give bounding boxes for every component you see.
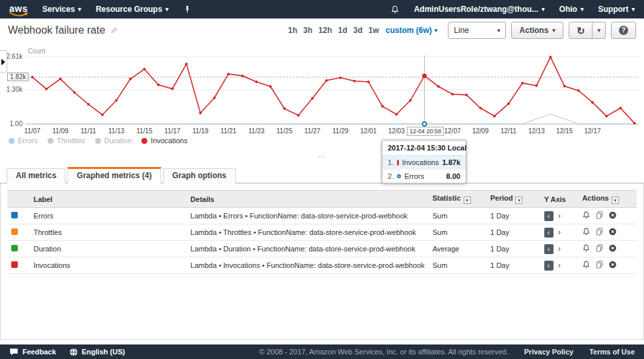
nav-resource-groups[interactable]: Resource Groups ▾ [96, 5, 168, 14]
legend-item-duration[interactable]: Duration [95, 137, 132, 145]
nav-services[interactable]: Services ▾ [42, 5, 81, 14]
resize-handle[interactable]: ⋯ [0, 152, 644, 161]
time-range-1w[interactable]: 1w [369, 26, 379, 35]
x-axis-tick-label: 12/09 [472, 127, 489, 135]
refresh-options-button[interactable]: ▾ [592, 22, 606, 39]
hollow-blue [397, 174, 401, 178]
period-cell: 1 Day [486, 257, 540, 274]
x-axis-tick-label: 12/13 [528, 127, 545, 135]
edit-title-icon[interactable]: ✎ [110, 26, 118, 36]
actions-cell [578, 257, 637, 274]
x-axis-tick-label: 11/09 [52, 127, 69, 135]
nav-region-menu[interactable]: Ohio ▾ [559, 5, 584, 14]
column-header-period: Period▾ [486, 191, 540, 208]
y-axis-right-button[interactable]: › [558, 211, 561, 220]
refresh-button[interactable]: ↻ [569, 22, 593, 39]
remove-icon[interactable] [608, 260, 617, 271]
y-axis-right-button[interactable]: › [558, 244, 561, 253]
tab-graph-options[interactable]: Graph options [163, 168, 236, 183]
errors-color-swatch[interactable] [11, 212, 18, 218]
y-axis-right-button[interactable]: › [558, 261, 561, 270]
tooltip-row-value: 8.00 [447, 172, 460, 180]
legend-item-invocations[interactable]: Invocations [141, 137, 188, 145]
invocations-series-line [32, 57, 635, 123]
legend-label: Errors [18, 137, 38, 145]
nav-support-menu[interactable]: Support ▾ [598, 5, 635, 14]
invocations-color-swatch[interactable] [11, 261, 18, 268]
footer-right: © 2008 - 2017, Amazon Web Services, Inc.… [260, 348, 635, 356]
legend-item-errors[interactable]: Errors [9, 137, 38, 145]
errors-series-dot [9, 138, 15, 144]
invocations-data-point [549, 55, 552, 58]
y-axis-cell: ‹› [540, 257, 579, 274]
remove-icon[interactable] [608, 227, 617, 238]
duration-color-swatch[interactable] [11, 245, 18, 251]
legend-item-throttles[interactable]: Throttles [48, 137, 85, 145]
alarm-icon[interactable] [582, 244, 590, 254]
notifications-bell-icon[interactable] [390, 5, 400, 15]
invocations-data-point [213, 96, 216, 99]
region-label: Ohio [559, 5, 577, 14]
custom-range-link[interactable]: custom (6w) ▾ [386, 26, 438, 35]
chart-type-select[interactable]: Line ▾ [448, 22, 506, 39]
language-selector[interactable]: English (US) [69, 348, 125, 356]
invocations-data-point [605, 115, 608, 117]
time-range-3h[interactable]: 3h [303, 26, 312, 35]
refresh-icon: ↻ [577, 26, 585, 36]
filter-icon[interactable]: ▾ [515, 197, 522, 204]
actions-cell [578, 241, 637, 257]
duplicate-icon[interactable] [595, 227, 604, 238]
duplicate-icon[interactable] [595, 260, 604, 271]
nav-account-menu[interactable]: AdminUsersRole/ztwang@thou... ▾ [414, 5, 545, 14]
time-range-1d[interactable]: 1d [338, 26, 347, 35]
terms-of-use-link[interactable]: Terms of Use [589, 348, 635, 356]
y-axis-left-button[interactable]: ‹ [544, 211, 554, 221]
column-header-label: Period [490, 194, 513, 202]
swatch-cell [7, 257, 30, 274]
top-nav: aws Services ▾ Resource Groups ▾ [0, 0, 644, 18]
time-range-3d[interactable]: 3d [353, 26, 363, 35]
duplicate-icon[interactable] [595, 244, 604, 254]
alarm-icon[interactable] [582, 211, 590, 221]
time-range-12h[interactable]: 12h [318, 26, 332, 35]
chevron-down-icon: ▾ [581, 7, 584, 13]
hovered-errors-point [423, 122, 427, 126]
alarm-icon[interactable] [582, 260, 590, 271]
actions-button[interactable]: Actions ▾ [511, 22, 563, 39]
y-axis-left-button[interactable]: ‹ [544, 244, 554, 254]
privacy-policy-link[interactable]: Privacy Policy [524, 348, 574, 356]
tab-graphed-metrics-4[interactable]: Graphed metrics (4) [67, 167, 161, 183]
y-axis-left-button[interactable]: ‹ [544, 228, 554, 238]
throttles-color-swatch[interactable] [11, 228, 18, 235]
filter-icon[interactable]: ▾ [464, 197, 471, 204]
alarm-icon[interactable] [582, 227, 590, 238]
duplicate-icon[interactable] [595, 211, 604, 221]
invocations-data-point [479, 107, 482, 110]
page-title: Webhook failure rate [8, 24, 105, 36]
invocations-data-point [465, 94, 468, 96]
chart-legend: ErrorsThrottlesDurationInvocations [9, 137, 188, 145]
x-axis-tick-label: 12/01 [360, 127, 376, 135]
feedback-button[interactable]: Feedback [9, 348, 56, 356]
filter-icon[interactable]: ▾ [612, 197, 619, 204]
help-button[interactable]: ? [611, 22, 636, 39]
chart-type-value: Line [454, 26, 469, 35]
details-cell: Lambda • Throttles • FunctionName: data-… [186, 224, 428, 241]
swatch-cell [7, 208, 30, 224]
table-row-errors: ErrorsLambda • Errors • FunctionName: da… [7, 208, 637, 224]
chart-toolbar: 1h3h12h1d3d1w custom (6w) ▾ Line ▾ Actio… [288, 22, 636, 39]
tab-all-metrics[interactable]: All metrics [7, 168, 65, 183]
time-range-1h[interactable]: 1h [288, 26, 297, 35]
period-cell: 1 Day [486, 241, 540, 257]
pin-icon[interactable] [183, 5, 192, 14]
swatch-cell [7, 224, 30, 241]
remove-icon[interactable] [608, 244, 617, 254]
remove-icon[interactable] [608, 211, 617, 221]
expand-metrics-panel-button[interactable] [0, 50, 7, 73]
x-axis-tick-label: 12/07 [444, 127, 460, 135]
details-cell: Lambda • Duration • FunctionName: data-s… [186, 241, 428, 257]
y-axis-left-button[interactable]: ‹ [544, 261, 554, 271]
label-cell: Duration [30, 241, 187, 257]
aws-logo[interactable]: aws [9, 3, 28, 16]
y-axis-right-button[interactable]: › [558, 228, 561, 237]
